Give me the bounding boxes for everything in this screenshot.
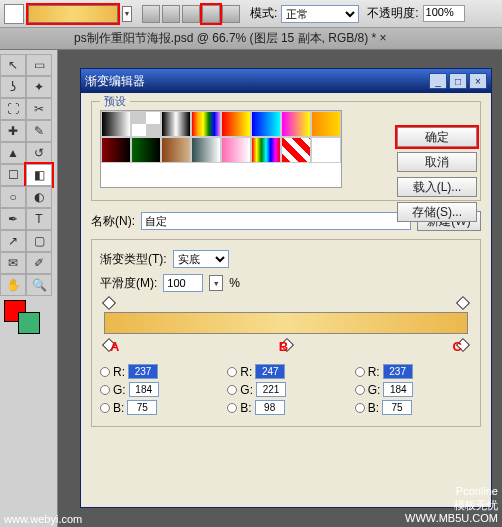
label-a: A [110,339,119,354]
shape-tool[interactable]: ▢ [26,230,52,252]
rgb-label: B: [368,401,379,415]
toolbox: ↖▭ ʖ✦ ⛶✂ ✚✎ ▲↺ ☐◧ ○◐ ✒T ↗▢ ✉✐ ✋🔍 [0,50,58,527]
rgb-input-b[interactable] [382,400,412,415]
preset-grid[interactable] [100,110,342,188]
minimize-btn[interactable]: _ [429,73,447,89]
rgb-label: B: [113,401,124,415]
slice-tool[interactable]: ✂ [26,98,52,120]
dialog-title: 渐变编辑器 [85,73,427,90]
gradient-bar[interactable]: A B C [104,312,468,336]
zoom-tool[interactable]: 🔍 [26,274,52,296]
blur-tool[interactable]: ○ [0,186,26,208]
smoothness-label: 平滑度(M): [100,275,157,292]
save-button[interactable]: 存储(S)... [397,202,477,222]
preset-swatch[interactable] [251,111,281,137]
linear-gradient-btn[interactable] [142,5,160,23]
eyedropper-tool[interactable]: ✐ [26,252,52,274]
cancel-button[interactable]: 取消 [397,152,477,172]
preset-swatch[interactable] [281,137,311,163]
gradient-tool[interactable]: ◧ [26,164,52,186]
preset-swatch[interactable] [251,137,281,163]
gradient-strip[interactable] [104,312,468,334]
stamp-tool[interactable]: ▲ [0,142,26,164]
rgb-label: G: [368,383,381,397]
preset-swatch[interactable] [221,111,251,137]
preset-swatch[interactable] [221,137,251,163]
opacity-stop-right[interactable] [456,296,470,310]
gradient-type-select[interactable]: 实底 [173,250,229,268]
preset-swatch[interactable] [131,137,161,163]
opacity-stop-left[interactable] [102,296,116,310]
rgb-input-r[interactable] [128,364,158,379]
gradient-dropdown[interactable] [122,6,132,22]
brush-tool[interactable]: ✎ [26,120,52,142]
reflected-gradient-btn[interactable] [202,5,220,23]
rgb-radio[interactable] [355,403,365,413]
opacity-input[interactable]: 100% [423,5,465,22]
history-brush-tool[interactable]: ↺ [26,142,52,164]
path-tool[interactable]: ↗ [0,230,26,252]
hand-tool[interactable]: ✋ [0,274,26,296]
diamond-gradient-btn[interactable] [222,5,240,23]
lasso-tool[interactable]: ʖ [0,76,26,98]
rgb-radio[interactable] [355,367,365,377]
rgb-columns: R:G:B:R:G:B:R:G:B: [100,364,472,418]
tool-indicator [4,4,24,24]
background-color[interactable] [18,312,40,334]
crop-tool[interactable]: ⛶ [0,98,26,120]
rgb-input-g[interactable] [129,382,159,397]
rgb-input-g[interactable] [383,382,413,397]
preset-swatch[interactable] [161,137,191,163]
type-tool[interactable]: T [26,208,52,230]
rgb-column-2: R:G:B: [355,364,472,418]
maximize-btn[interactable]: □ [449,73,467,89]
preset-swatch[interactable] [281,111,311,137]
preset-swatch[interactable] [311,111,341,137]
preset-swatch[interactable] [101,137,131,163]
rgb-radio[interactable] [227,367,237,377]
preset-swatch[interactable] [161,111,191,137]
pen-tool[interactable]: ✒ [0,208,26,230]
eraser-tool[interactable]: ☐ [0,164,26,186]
label-c: C [453,339,462,354]
rgb-radio[interactable] [100,403,110,413]
smoothness-dropdown[interactable] [209,275,223,291]
rgb-input-b[interactable] [255,400,285,415]
document-tab[interactable]: ps制作重阳节海报.psd @ 66.7% (图层 15 副本, RGB/8) … [74,30,387,47]
watermark-right: Pconline模板无忧WWW.MB5U.COM [405,485,498,525]
rgb-radio[interactable] [100,367,110,377]
blend-mode-select[interactable]: 正常 [281,5,359,23]
radial-gradient-btn[interactable] [162,5,180,23]
preset-swatch[interactable] [191,111,221,137]
ok-button[interactable]: 确定 [397,127,477,147]
preset-swatch[interactable] [311,137,341,163]
rgb-input-r[interactable] [255,364,285,379]
notes-tool[interactable]: ✉ [0,252,26,274]
rgb-input-g[interactable] [256,382,286,397]
gradient-preview[interactable] [28,5,118,23]
load-button[interactable]: 载入(L)... [397,177,477,197]
rgb-input-r[interactable] [383,364,413,379]
wand-tool[interactable]: ✦ [26,76,52,98]
dodge-tool[interactable]: ◐ [26,186,52,208]
presets-legend: 预设 [100,94,130,109]
preset-swatch[interactable] [191,137,221,163]
heal-tool[interactable]: ✚ [0,120,26,142]
name-input[interactable] [141,212,411,230]
smoothness-input[interactable] [163,274,203,292]
name-label: 名称(N): [91,213,135,230]
rgb-radio[interactable] [227,403,237,413]
preset-swatch[interactable] [131,111,161,137]
rgb-radio[interactable] [100,385,110,395]
rgb-radio[interactable] [227,385,237,395]
label-b: B [279,339,288,354]
preset-swatch[interactable] [101,111,131,137]
close-btn[interactable]: × [469,73,487,89]
angle-gradient-btn[interactable] [182,5,200,23]
marquee-tool[interactable]: ▭ [26,54,52,76]
move-tool[interactable]: ↖ [0,54,26,76]
rgb-input-b[interactable] [127,400,157,415]
rgb-label: R: [113,365,125,379]
rgb-radio[interactable] [355,385,365,395]
rgb-label: G: [113,383,126,397]
